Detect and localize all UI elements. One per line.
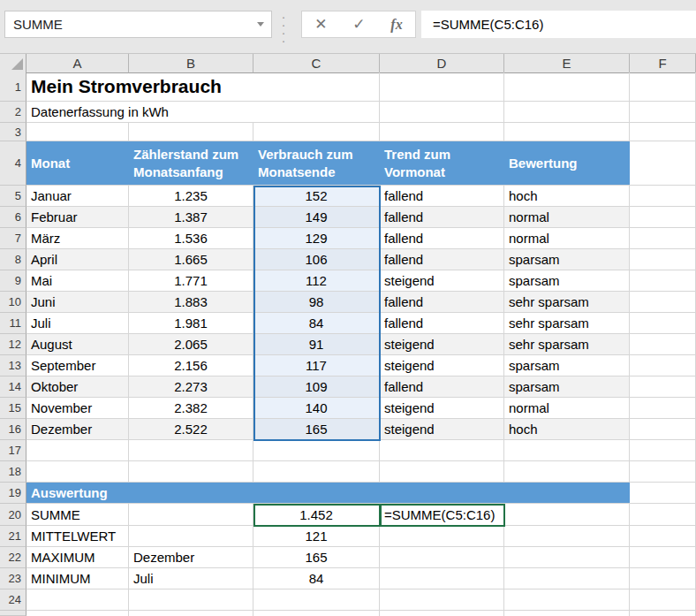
cell-summary-d[interactable] xyxy=(380,568,504,589)
cell-c[interactable] xyxy=(253,461,380,483)
cell-c[interactable] xyxy=(253,72,380,102)
row-header-3[interactable]: 3 xyxy=(0,123,26,141)
cell-e[interactable] xyxy=(504,123,630,141)
cell-monat[interactable]: Oktober xyxy=(26,376,129,398)
cell-monat[interactable]: Juni xyxy=(26,292,129,313)
auswertung-banner[interactable]: Auswertung xyxy=(26,483,630,504)
cell-d[interactable] xyxy=(380,123,504,141)
cell-c[interactable] xyxy=(253,102,380,123)
cell-f[interactable] xyxy=(630,102,696,123)
cell-d[interactable] xyxy=(380,589,504,611)
cell-f[interactable] xyxy=(630,504,696,526)
row-header-14[interactable]: 14 xyxy=(0,376,26,398)
cell-bewertung[interactable]: sparsam xyxy=(504,270,630,292)
cell-summary-d[interactable]: =SUMME(C5:C16) xyxy=(380,504,504,526)
row-header-20[interactable]: 20 xyxy=(0,504,26,526)
cell-b[interactable] xyxy=(129,589,253,611)
select-all-button[interactable] xyxy=(0,54,26,73)
cell-monat[interactable]: November xyxy=(26,398,129,419)
cell-e[interactable] xyxy=(504,102,630,123)
cell-bewertung[interactable]: normal xyxy=(504,207,630,228)
cell-bewertung[interactable]: hoch xyxy=(504,186,630,207)
cell-bewertung[interactable]: sparsam xyxy=(504,249,630,270)
cell-f[interactable] xyxy=(630,589,696,611)
cell-f[interactable] xyxy=(630,461,696,483)
cell-zaehlerstand[interactable]: 2.273 xyxy=(129,376,253,398)
cell-zaehlerstand[interactable]: 1.235 xyxy=(129,186,253,207)
table-header-zaehlerstand[interactable]: Zählerstand zum Monatsanfang xyxy=(129,141,253,186)
cell-monat[interactable]: August xyxy=(26,334,129,355)
row-header-13[interactable]: 13 xyxy=(0,355,26,376)
cell-f[interactable] xyxy=(630,526,696,547)
cell-bewertung[interactable]: hoch xyxy=(504,419,630,440)
row-header-21[interactable]: 21 xyxy=(0,526,26,547)
cell-f[interactable] xyxy=(630,568,696,589)
cell-trend[interactable]: fallend xyxy=(380,376,504,398)
formula-input[interactable]: =SUMME(C5:C16) xyxy=(421,11,696,38)
cell-verbrauch[interactable]: 140 xyxy=(253,398,380,419)
column-header-B[interactable]: B xyxy=(129,54,253,73)
cell-bewertung[interactable]: sehr sparsam xyxy=(504,334,630,355)
row-header-5[interactable]: 5 xyxy=(0,186,26,207)
cell-monat[interactable]: Juli xyxy=(26,313,129,334)
name-box-dropdown-icon[interactable] xyxy=(257,22,264,27)
row-header-9[interactable]: 9 xyxy=(0,270,26,292)
cell-trend[interactable]: fallend xyxy=(380,186,504,207)
cell-verbrauch[interactable]: 129 xyxy=(253,228,380,249)
cell-partial[interactable] xyxy=(380,611,504,616)
column-header-C[interactable]: C xyxy=(253,54,380,73)
cell-zaehlerstand[interactable]: 2.382 xyxy=(129,398,253,419)
cell-bewertung[interactable]: sparsam xyxy=(504,376,630,398)
cell-zaehlerstand[interactable]: 1.665 xyxy=(129,249,253,270)
row-header-17[interactable]: 17 xyxy=(0,440,26,461)
cell-verbrauch[interactable]: 152 xyxy=(253,186,380,207)
cell-c[interactable] xyxy=(253,440,380,461)
cell-c[interactable] xyxy=(253,589,380,611)
cell-c[interactable] xyxy=(253,123,380,141)
cell-partial[interactable] xyxy=(253,611,380,616)
row-header-25-partial[interactable] xyxy=(0,611,26,616)
cell-zaehlerstand[interactable]: 2.065 xyxy=(129,334,253,355)
row-header-11[interactable]: 11 xyxy=(0,313,26,334)
row-header-1[interactable]: 1 xyxy=(0,72,26,102)
cell-summary-d[interactable] xyxy=(380,547,504,568)
cell-monat[interactable]: Januar xyxy=(26,186,129,207)
cell-e[interactable] xyxy=(504,504,630,526)
cell-zaehlerstand[interactable]: 1.981 xyxy=(129,313,253,334)
cell-summary-label[interactable]: MINIMUM xyxy=(26,568,129,589)
cell-verbrauch[interactable]: 109 xyxy=(253,376,380,398)
row-header-12[interactable]: 12 xyxy=(0,334,26,355)
row-header-22[interactable]: 22 xyxy=(0,547,26,568)
cell-summary-c[interactable]: 1.452 xyxy=(253,504,380,526)
cell-zaehlerstand[interactable]: 1.536 xyxy=(129,228,253,249)
cell-summary-label[interactable]: MITTELWERT xyxy=(26,526,129,547)
cell-verbrauch[interactable]: 84 xyxy=(253,313,380,334)
row-header-15[interactable]: 15 xyxy=(0,398,26,419)
row-header-4[interactable]: 4 xyxy=(0,141,26,186)
enter-icon[interactable]: ✓ xyxy=(352,17,365,32)
cell-summary-b[interactable] xyxy=(129,526,253,547)
cell-f[interactable] xyxy=(630,313,696,334)
cell-d[interactable] xyxy=(380,102,504,123)
cell-monat[interactable]: März xyxy=(26,228,129,249)
cell-summary-b[interactable]: Dezember xyxy=(129,547,253,568)
cell-verbrauch[interactable]: 149 xyxy=(253,207,380,228)
cell-f[interactable] xyxy=(630,292,696,313)
name-box[interactable]: SUMME xyxy=(4,11,272,38)
cell-bewertung[interactable]: sehr sparsam xyxy=(504,292,630,313)
cell-e[interactable] xyxy=(504,72,630,102)
column-header-F[interactable]: F xyxy=(630,54,696,73)
cell-d[interactable] xyxy=(380,72,504,102)
cell-trend[interactable]: steigend xyxy=(380,398,504,419)
cell-f[interactable] xyxy=(630,141,696,186)
cell-d[interactable] xyxy=(380,461,504,483)
cell-bewertung[interactable]: normal xyxy=(504,398,630,419)
cell-trend[interactable]: steigend xyxy=(380,355,504,376)
cell-f[interactable] xyxy=(630,483,696,504)
cell-b[interactable] xyxy=(129,440,253,461)
cell-verbrauch[interactable]: 106 xyxy=(253,249,380,270)
cell-e[interactable] xyxy=(504,526,630,547)
insert-function-icon[interactable]: fx xyxy=(390,17,402,33)
cell-b[interactable] xyxy=(129,123,253,141)
cell-verbrauch[interactable]: 165 xyxy=(253,419,380,440)
